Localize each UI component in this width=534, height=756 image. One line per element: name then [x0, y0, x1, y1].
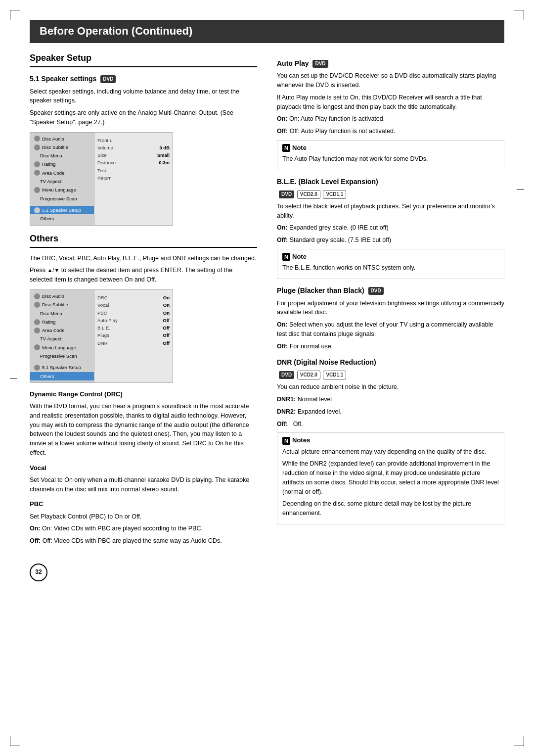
menu-right-panel-2: DRCOn VocalOn PBCOn Auto PlayOff B.L.E.O…: [94, 290, 173, 382]
pluge-off: Off: For normal use.: [277, 342, 504, 351]
ble-badge-dvd: DVD: [279, 190, 294, 198]
dnr-para: You can reduce ambient noise in the pict…: [277, 382, 504, 392]
autoplay-note-title: N Note: [282, 143, 499, 152]
speaker-setup-heading: Speaker Setup: [30, 52, 257, 67]
vocal-row: VocalOn: [97, 301, 170, 309]
note-icon-autoplay: N: [282, 144, 290, 152]
dnr1-text: DNR1: Normal level: [277, 395, 504, 404]
side-mark-right: [517, 189, 524, 189]
menu-item2-disc-menu: Disc Menu: [30, 309, 94, 318]
menu-right-return: Return: [97, 174, 170, 182]
pbc-row: PBCOn: [97, 309, 170, 317]
dnr-notes-box: N Notes Actual picture enhancement may v…: [277, 432, 504, 524]
corner-mark-bl: [10, 736, 20, 746]
ble-badge-vcd11: VCD1.1: [323, 190, 346, 199]
drc-heading: Dynamic Range Control (DRC): [30, 390, 257, 399]
autoplay-on: On: On: Auto Play function is activated.: [277, 114, 504, 124]
ble-heading: B.L.E. (Black Level Expansion): [277, 177, 504, 187]
page-number: 32: [30, 564, 47, 581]
dnr-row: DNROff: [97, 339, 170, 347]
menu-right-front-l: Front L: [97, 137, 170, 144]
speaker-settings-heading: 5.1 Speaker settings DVD: [30, 74, 257, 84]
note-icon-ble: N: [282, 253, 290, 261]
note-icon-dnr: N: [282, 437, 290, 445]
corner-mark-tr: [514, 10, 524, 20]
menu-item-menu-language: Menu Language: [30, 186, 94, 194]
others-menu-image: Disc Audio Disc Subtitle Disc Menu Ratin…: [30, 289, 173, 383]
menu-item-tv-aspect: TV Aspect: [30, 177, 94, 186]
side-mark-left: [10, 378, 17, 378]
vocal-para: Set Vocal to On only when a multi-channe…: [30, 475, 257, 494]
speaker-menu-image: Disc Audio Disc Subtitle Disc Menu Ratin…: [30, 132, 173, 226]
ble-badge-vcd20: VCD2.0: [297, 190, 320, 199]
dvd-badge-speaker: DVD: [100, 75, 116, 83]
dvd-badge-autoplay: DVD: [312, 60, 328, 68]
ble-row: B.L.E.Off: [97, 324, 170, 331]
menu-item-speaker-setup: 5.1 Speaker Setup: [30, 206, 94, 214]
ble-on: On: Expanded grey scale. (0 IRE cut off): [277, 223, 504, 233]
ble-badges: DVD VCD2.0 VCD1.1: [277, 189, 504, 199]
pbc-off: Off: Off: Video CDs with PBC are played …: [30, 536, 257, 546]
others-intro-1: The DRC, Vocal, PBC, Auto Play, B.L.E., …: [30, 254, 257, 263]
menu-item-others-1: Others: [30, 214, 94, 223]
pbc-heading: PBC: [30, 500, 257, 509]
main-content: Speaker Setup 5.1 Speaker settings DVD S…: [30, 52, 504, 549]
menu-item-disc-audio: Disc Audio: [30, 135, 94, 143]
menu-item2-speaker-setup: 5.1 Speaker Setup: [30, 363, 94, 372]
page-bottom: 32: [30, 564, 504, 581]
menu-item2-rating: Rating: [30, 318, 94, 326]
autoplay-row: Auto PlayOff: [97, 317, 170, 324]
plugs-row: PlugsOff: [97, 331, 170, 339]
dnr-notes-title: N Notes: [282, 436, 499, 445]
ble-note-box: N Note The B.L.E. function works on NTSC…: [277, 249, 504, 279]
menu-right-test: Test: [97, 167, 170, 174]
menu-item2-tv-aspect: TV Aspect: [30, 334, 94, 343]
pluge-heading: Pluge (Blacker than Black) DVD: [277, 286, 504, 296]
menu-item2-progressive-scan: Progressive Scan: [30, 352, 94, 360]
menu-item2-disc-audio: Disc Audio: [30, 292, 94, 300]
menu-item-disc-subtitle: Disc Subtitle: [30, 143, 94, 151]
dnr-off-text: Off: Off.: [277, 420, 504, 429]
title-text: Before Operation (Continued): [40, 25, 192, 37]
dnr-badge-vcd20: VCD2.0: [297, 371, 320, 379]
ble-note-text: The B.L.E. function works on NTSC system…: [282, 263, 499, 273]
others-heading: Others: [30, 233, 257, 248]
pbc-on: On: On: Video CDs with PBC are played ac…: [30, 524, 257, 533]
dnr-note-1: Actual picture enhancement may vary depe…: [282, 447, 499, 457]
corner-mark-br: [514, 736, 524, 746]
ble-para: To select the black level of playback pi…: [277, 202, 504, 221]
dnr-note-2: While the DNR2 (expanded level) can prov…: [282, 459, 499, 496]
autoplay-para1: You can set up the DVD/CD Receiver so a …: [277, 71, 504, 90]
menu-item-progressive-scan: Progressive Scan: [30, 194, 94, 203]
menu-item2-menu-language: Menu Language: [30, 343, 94, 352]
menu-right-distance: Distance0.3m: [97, 159, 170, 166]
menu-right-volume: Volume0 dB: [97, 144, 170, 151]
dnr2-text: DNR2: Expanded level.: [277, 407, 504, 417]
pbc-para: Set Playback Control (PBC) to On or Off.: [30, 512, 257, 521]
dnr-badge-dvd: DVD: [279, 371, 294, 379]
ble-note-title: N Note: [282, 252, 499, 261]
others-intro-2: Press ▲/▼ to select the desired item and…: [30, 266, 257, 284]
drc-row: DRCOn: [97, 294, 170, 301]
dnr-heading: DNR (Digital Noise Reduction): [277, 358, 504, 368]
menu-right-size: SizeSmall: [97, 151, 170, 159]
menu-item-disc-menu: Disc Menu: [30, 151, 94, 160]
speaker-settings-para2: Speaker settings are only active on the …: [30, 108, 257, 127]
menu-item-rating: Rating: [30, 160, 94, 168]
menu-left-panel-2: Disc Audio Disc Subtitle Disc Menu Ratin…: [30, 290, 94, 382]
speaker-settings-para1: Select speaker settings, including volum…: [30, 87, 257, 106]
left-column: Speaker Setup 5.1 Speaker settings DVD S…: [30, 52, 257, 549]
auto-play-heading: Auto Play DVD: [277, 59, 504, 69]
autoplay-note-box: N Note The Auto Play function may not wo…: [277, 140, 504, 170]
autoplay-off: Off: Off: Auto Play function is not acti…: [277, 127, 504, 136]
corner-mark-tl: [10, 10, 20, 20]
dnr-badges: DVD VCD2.0 VCD1.1: [277, 371, 504, 380]
pluge-on: On: Select when you adjust the level of …: [277, 320, 504, 339]
vocal-heading: Vocal: [30, 464, 257, 472]
dnr-badge-vcd11: VCD1.1: [323, 371, 346, 379]
menu-item2-disc-subtitle: Disc Subtitle: [30, 300, 94, 309]
pluge-para: For proper adjustment of your television…: [277, 299, 504, 318]
menu-left-panel-1: Disc Audio Disc Subtitle Disc Menu Ratin…: [30, 133, 94, 225]
menu-item2-others: Others: [30, 372, 94, 380]
dnr-note-3: Depending on the disc, some picture deta…: [282, 499, 499, 518]
